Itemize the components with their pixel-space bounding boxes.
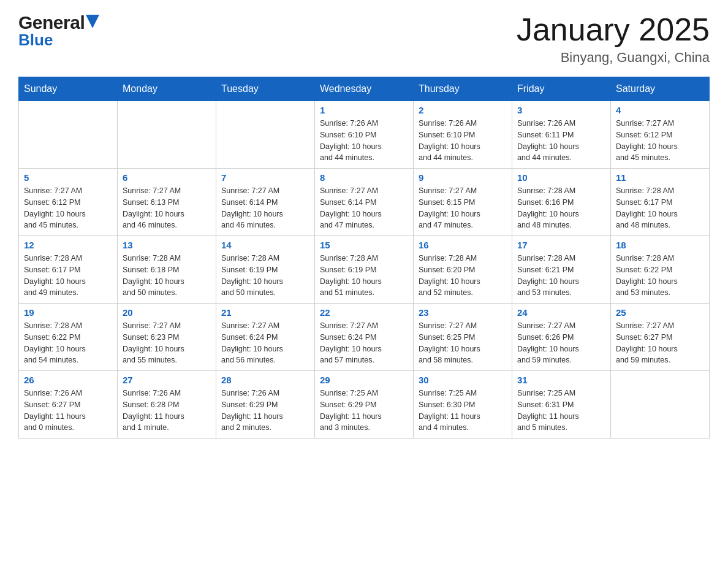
calendar-week-1: 1Sunrise: 7:26 AM Sunset: 6:10 PM Daylig… [19,101,710,169]
calendar-day: 1Sunrise: 7:26 AM Sunset: 6:10 PM Daylig… [315,101,414,169]
calendar-subtitle: Binyang, Guangxi, China [517,50,710,66]
day-header-tuesday: Tuesday [216,77,315,101]
calendar-day: 6Sunrise: 7:27 AM Sunset: 6:13 PM Daylig… [118,169,216,236]
day-info: Sunrise: 7:28 AM Sunset: 6:17 PM Dayligh… [24,253,112,299]
calendar-day: 23Sunrise: 7:27 AM Sunset: 6:25 PM Dayli… [414,304,512,371]
day-number: 17 [517,240,605,250]
day-info: Sunrise: 7:28 AM Sunset: 6:21 PM Dayligh… [517,253,605,299]
calendar-week-5: 26Sunrise: 7:26 AM Sunset: 6:27 PM Dayli… [19,371,710,439]
day-info: Sunrise: 7:27 AM Sunset: 6:24 PM Dayligh… [221,320,309,366]
day-number: 6 [123,172,211,183]
day-number: 31 [517,375,605,385]
day-number: 1 [320,105,408,115]
calendar-day: 19Sunrise: 7:28 AM Sunset: 6:22 PM Dayli… [19,304,118,371]
calendar-day: 3Sunrise: 7:26 AM Sunset: 6:11 PM Daylig… [512,101,611,169]
calendar-day: 13Sunrise: 7:28 AM Sunset: 6:18 PM Dayli… [118,236,216,304]
day-info: Sunrise: 7:27 AM Sunset: 6:26 PM Dayligh… [517,320,605,366]
calendar-day: 10Sunrise: 7:28 AM Sunset: 6:16 PM Dayli… [512,169,611,236]
day-info: Sunrise: 7:28 AM Sunset: 6:17 PM Dayligh… [616,185,704,231]
day-number: 22 [320,307,408,318]
day-info: Sunrise: 7:25 AM Sunset: 6:31 PM Dayligh… [517,388,605,434]
day-number: 24 [517,307,605,318]
calendar-table: SundayMondayTuesdayWednesdayThursdayFrid… [18,77,710,439]
calendar-day: 24Sunrise: 7:27 AM Sunset: 6:26 PM Dayli… [512,304,611,371]
calendar-day: 31Sunrise: 7:25 AM Sunset: 6:31 PM Dayli… [512,371,611,439]
calendar-day: 21Sunrise: 7:27 AM Sunset: 6:24 PM Dayli… [216,304,315,371]
day-info: Sunrise: 7:27 AM Sunset: 6:13 PM Dayligh… [123,185,211,231]
calendar-day: 11Sunrise: 7:28 AM Sunset: 6:17 PM Dayli… [611,169,710,236]
day-number: 16 [419,240,507,250]
day-info: Sunrise: 7:25 AM Sunset: 6:30 PM Dayligh… [419,388,507,434]
calendar-title: January 2025 [517,12,710,47]
day-info: Sunrise: 7:28 AM Sunset: 6:22 PM Dayligh… [616,253,704,299]
day-number: 12 [24,240,112,250]
day-number: 20 [123,307,211,318]
calendar-day [19,101,118,169]
day-info: Sunrise: 7:28 AM Sunset: 6:19 PM Dayligh… [221,253,309,299]
day-header-thursday: Thursday [414,77,512,101]
calendar-header-row: SundayMondayTuesdayWednesdayThursdayFrid… [19,77,710,101]
logo-general-text: General [18,12,85,33]
calendar-day: 28Sunrise: 7:26 AM Sunset: 6:29 PM Dayli… [216,371,315,439]
day-number: 28 [221,375,309,385]
calendar-day: 4Sunrise: 7:27 AM Sunset: 6:12 PM Daylig… [611,101,710,169]
day-info: Sunrise: 7:27 AM Sunset: 6:12 PM Dayligh… [616,118,704,164]
calendar-day: 15Sunrise: 7:28 AM Sunset: 6:19 PM Dayli… [315,236,414,304]
calendar-week-4: 19Sunrise: 7:28 AM Sunset: 6:22 PM Dayli… [19,304,710,371]
day-number: 21 [221,307,309,318]
day-number: 15 [320,240,408,250]
day-number: 4 [616,105,704,115]
calendar-day: 29Sunrise: 7:25 AM Sunset: 6:29 PM Dayli… [315,371,414,439]
day-header-saturday: Saturday [611,77,710,101]
logo-blue-text: Blue [18,31,99,50]
calendar-day: 26Sunrise: 7:26 AM Sunset: 6:27 PM Dayli… [19,371,118,439]
page-header: General Blue January 2025 Binyang, Guang… [18,12,710,66]
day-info: Sunrise: 7:27 AM Sunset: 6:14 PM Dayligh… [320,185,408,231]
day-info: Sunrise: 7:27 AM Sunset: 6:24 PM Dayligh… [320,320,408,366]
day-info: Sunrise: 7:28 AM Sunset: 6:18 PM Dayligh… [123,253,211,299]
calendar-day [611,371,710,439]
calendar-day: 25Sunrise: 7:27 AM Sunset: 6:27 PM Dayli… [611,304,710,371]
day-info: Sunrise: 7:26 AM Sunset: 6:11 PM Dayligh… [517,118,605,164]
calendar-day: 8Sunrise: 7:27 AM Sunset: 6:14 PM Daylig… [315,169,414,236]
day-info: Sunrise: 7:28 AM Sunset: 6:19 PM Dayligh… [320,253,408,299]
calendar-day: 30Sunrise: 7:25 AM Sunset: 6:30 PM Dayli… [414,371,512,439]
day-info: Sunrise: 7:27 AM Sunset: 6:15 PM Dayligh… [419,185,507,231]
logo: General Blue [18,12,99,50]
calendar-week-3: 12Sunrise: 7:28 AM Sunset: 6:17 PM Dayli… [19,236,710,304]
day-number: 11 [616,172,704,183]
day-number: 9 [419,172,507,183]
day-number: 7 [221,172,309,183]
day-number: 2 [419,105,507,115]
day-info: Sunrise: 7:28 AM Sunset: 6:16 PM Dayligh… [517,185,605,231]
calendar-day: 16Sunrise: 7:28 AM Sunset: 6:20 PM Dayli… [414,236,512,304]
calendar-day: 18Sunrise: 7:28 AM Sunset: 6:22 PM Dayli… [611,236,710,304]
calendar-day: 7Sunrise: 7:27 AM Sunset: 6:14 PM Daylig… [216,169,315,236]
title-section: January 2025 Binyang, Guangxi, China [517,12,710,66]
day-info: Sunrise: 7:27 AM Sunset: 6:14 PM Dayligh… [221,185,309,231]
day-number: 27 [123,375,211,385]
day-info: Sunrise: 7:26 AM Sunset: 6:29 PM Dayligh… [221,388,309,434]
day-info: Sunrise: 7:27 AM Sunset: 6:25 PM Dayligh… [419,320,507,366]
day-number: 18 [616,240,704,250]
day-number: 14 [221,240,309,250]
day-number: 19 [24,307,112,318]
day-header-friday: Friday [512,77,611,101]
day-info: Sunrise: 7:26 AM Sunset: 6:10 PM Dayligh… [419,118,507,164]
day-info: Sunrise: 7:26 AM Sunset: 6:27 PM Dayligh… [24,388,112,434]
day-number: 13 [123,240,211,250]
day-number: 25 [616,307,704,318]
calendar-day: 9Sunrise: 7:27 AM Sunset: 6:15 PM Daylig… [414,169,512,236]
day-info: Sunrise: 7:26 AM Sunset: 6:10 PM Dayligh… [320,118,408,164]
day-number: 3 [517,105,605,115]
day-info: Sunrise: 7:27 AM Sunset: 6:23 PM Dayligh… [123,320,211,366]
day-number: 10 [517,172,605,183]
day-number: 26 [24,375,112,385]
day-header-monday: Monday [118,77,216,101]
calendar-day: 17Sunrise: 7:28 AM Sunset: 6:21 PM Dayli… [512,236,611,304]
day-info: Sunrise: 7:28 AM Sunset: 6:20 PM Dayligh… [419,253,507,299]
day-info: Sunrise: 7:27 AM Sunset: 6:27 PM Dayligh… [616,320,704,366]
day-info: Sunrise: 7:27 AM Sunset: 6:12 PM Dayligh… [24,185,112,231]
svg-marker-0 [86,15,99,28]
day-header-sunday: Sunday [19,77,118,101]
